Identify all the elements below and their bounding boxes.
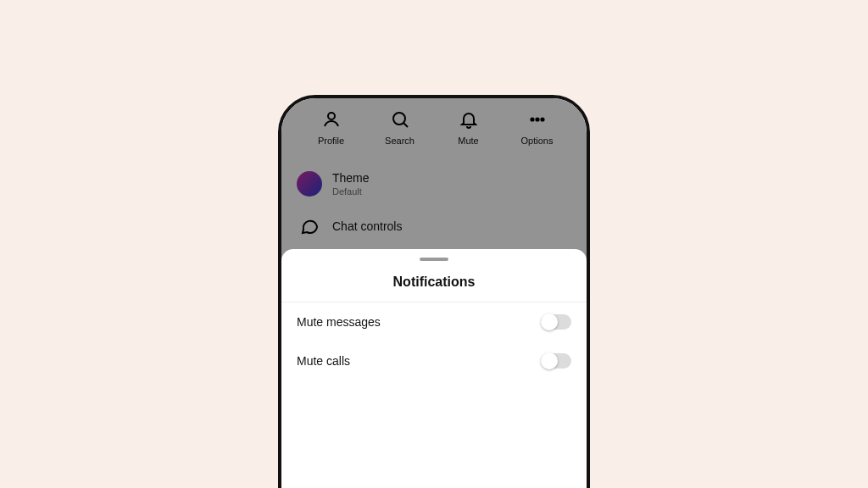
toggle-knob — [541, 352, 558, 369]
mute-messages-row[interactable]: Mute messages — [281, 302, 587, 341]
sheet-title: Notifications — [281, 261, 587, 302]
mute-messages-toggle[interactable] — [541, 314, 571, 330]
mute-calls-label: Mute calls — [297, 354, 350, 368]
mute-calls-toggle[interactable] — [541, 353, 571, 369]
screen: Profile Search Mute Options — [281, 98, 587, 488]
toggle-knob — [541, 313, 558, 330]
notifications-sheet: Notifications Mute messages Mute calls — [281, 249, 587, 488]
mute-calls-row[interactable]: Mute calls — [281, 341, 587, 380]
mute-messages-label: Mute messages — [297, 315, 381, 329]
phone-frame: Profile Search Mute Options — [278, 95, 590, 488]
